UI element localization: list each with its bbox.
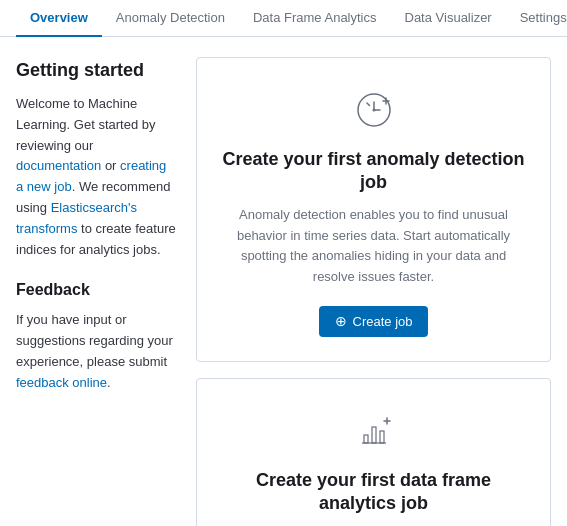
feedback-online-link[interactable]: feedback online [16, 375, 107, 390]
dataframe-analytics-icon [350, 407, 398, 455]
getting-started-title: Getting started [16, 57, 176, 84]
anomaly-detection-icon [350, 86, 398, 134]
getting-started-text-1: Welcome to Machine Learning. Get started… [16, 96, 155, 153]
anomaly-create-job-button[interactable]: ⊕ Create job [319, 306, 429, 337]
cards-area: Create your first anomaly detection job … [196, 57, 551, 526]
svg-line-3 [367, 103, 370, 106]
dataframe-card-title: Create your first data frame analytics j… [221, 469, 526, 516]
anomaly-card-title: Create your first anomaly detection job [221, 148, 526, 195]
tab-data-frame-analytics[interactable]: Data Frame Analytics [239, 0, 391, 37]
tab-anomaly-detection[interactable]: Anomaly Detection [102, 0, 239, 37]
anomaly-detection-card: Create your first anomaly detection job … [196, 57, 551, 362]
getting-started-or: or [101, 158, 120, 173]
dataframe-analytics-card: Create your first data frame analytics j… [196, 378, 551, 526]
tab-data-visualizer[interactable]: Data Visualizer [391, 0, 506, 37]
tab-settings[interactable]: Settings [506, 0, 567, 37]
anomaly-create-label: Create job [353, 314, 413, 329]
documentation-link[interactable]: documentation [16, 158, 101, 173]
feedback-text-2: . [107, 375, 111, 390]
feedback-paragraph: If you have input or suggestions regardi… [16, 310, 176, 393]
svg-rect-8 [372, 427, 376, 443]
svg-point-4 [372, 109, 375, 112]
anomaly-card-description: Anomaly detection enables you to find un… [221, 205, 526, 288]
svg-rect-7 [364, 435, 368, 443]
getting-started-paragraph: Welcome to Machine Learning. Get started… [16, 94, 176, 260]
feedback-title: Feedback [16, 278, 176, 302]
nav-tabs: Overview Anomaly Detection Data Frame An… [0, 0, 567, 37]
sidebar: Getting started Welcome to Machine Learn… [16, 57, 176, 526]
svg-rect-9 [380, 431, 384, 443]
feedback-text-1: If you have input or suggestions regardi… [16, 312, 173, 369]
anomaly-create-icon: ⊕ [335, 314, 347, 328]
main-content: Getting started Welcome to Machine Learn… [0, 37, 567, 526]
tab-overview[interactable]: Overview [16, 0, 102, 37]
